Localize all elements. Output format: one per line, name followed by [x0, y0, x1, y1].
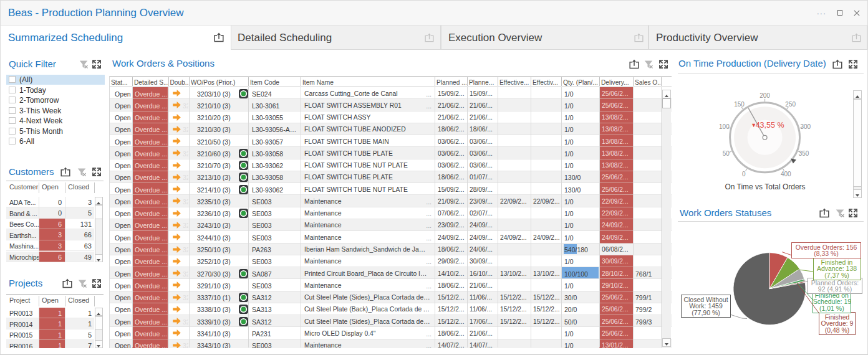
svg-text:200: 200 [760, 92, 770, 99]
svg-text:350: 350 [799, 150, 809, 157]
svg-text:300: 300 [800, 123, 811, 130]
svg-text:100: 100 [719, 123, 730, 130]
svg-text:43,55 %: 43,55 % [756, 121, 784, 130]
svg-text:50: 50 [723, 150, 730, 157]
svg-text:150: 150 [734, 101, 745, 108]
svg-text:0: 0 [742, 171, 746, 178]
svg-text:250: 250 [785, 101, 796, 108]
svg-text:400: 400 [781, 171, 791, 178]
